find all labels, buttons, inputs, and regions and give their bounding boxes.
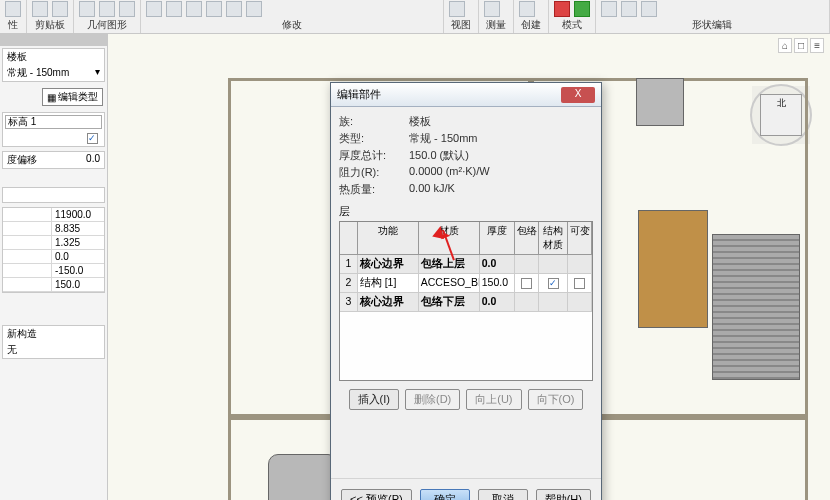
col-function[interactable]: 功能 [358,222,419,255]
ribbon-icon[interactable] [641,1,657,17]
chevron-down-icon[interactable]: ▾ [95,66,100,80]
dialog-titlebar[interactable]: 编辑部件 X [331,83,601,107]
dim-val[interactable]: 0.0 [52,250,104,263]
layers-grid[interactable]: 功能 材质 厚度 包络 结构材质 可变 1 核心边界 包络上层 0.0 2 结构… [339,221,593,381]
ribbon-icon[interactable] [449,1,465,17]
dialog-title: 编辑部件 [337,87,381,102]
type-value: 常规 - 150mm [409,131,593,146]
ribbon-group-shape-edit: 形状编辑 [599,17,826,33]
insert-button[interactable]: 插入(I) [349,389,399,410]
ribbon: 性 剪贴板 几何图形 修改 视图 测量 创建 模式 形状编辑 [0,0,830,34]
cancel-icon[interactable] [554,1,570,17]
move-up-button: 向上(U) [466,389,521,410]
edit-assembly-dialog: 编辑部件 X 族:楼板 类型:常规 - 150mm 厚度总计:150.0 (默认… [330,82,602,500]
ribbon-icon[interactable] [99,1,115,17]
delete-button: 删除(D) [405,389,460,410]
dimensions-grid: 11900.0 8.835 1.325 0.0 -150.0 150.0 [2,207,105,293]
type-category: 楼板 [7,50,27,64]
edit-type-button[interactable]: ▦编辑类型 [42,88,103,106]
type-label: 类型: [339,131,409,146]
ribbon-group-geometry: 几何图形 [77,17,137,33]
ribbon-icon[interactable] [186,1,202,17]
ribbon-icon[interactable] [5,1,21,17]
close-button[interactable]: X [561,87,595,103]
ribbon-group-create: 创建 [517,17,545,33]
type-name[interactable]: 常规 - 150mm [7,66,69,80]
thickness-label: 厚度总计: [339,148,409,163]
preview-button[interactable]: << 预览(P) [341,489,412,500]
offset-value[interactable]: 0.0 [86,153,100,167]
ribbon-icon[interactable] [119,1,135,17]
move-down-button: 向下(O) [528,389,584,410]
ribbon-icon[interactable] [246,1,262,17]
col-structural[interactable]: 结构材质 [539,222,569,255]
ribbon-group-mode: 模式 [552,17,592,33]
ribbon-group-properties: 性 [3,17,23,33]
new-construct-label: 新构造 [7,327,37,341]
ribbon-icon[interactable] [206,1,222,17]
ribbon-icon[interactable] [166,1,182,17]
structural-checkbox[interactable] [548,278,559,289]
ribbon-group-measure: 测量 [482,17,510,33]
mass-value: 0.00 kJ/K [409,182,593,197]
family-label: 族: [339,114,409,129]
ribbon-icon[interactable] [519,1,535,17]
wrap-checkbox[interactable] [521,278,532,289]
help-button[interactable]: 帮助(H) [536,489,591,500]
ribbon-icon[interactable] [484,1,500,17]
family-value: 楼板 [409,114,593,129]
cancel-button[interactable]: 取消 [478,489,528,500]
dim-val[interactable]: 11900.0 [52,208,104,221]
mass-label: 热质量: [339,182,409,197]
ok-button[interactable]: 确定 [420,489,470,500]
ribbon-icon[interactable] [601,1,617,17]
col-variable[interactable]: 可变 [568,222,592,255]
col-num[interactable] [340,222,358,255]
dim-val[interactable]: -150.0 [52,264,104,277]
table-row[interactable]: 2 结构 [1] ACCESO_BL… 150.0 [340,274,592,293]
none-value[interactable]: 无 [7,343,17,357]
ribbon-group-view: 视图 [447,17,475,33]
properties-panel: 楼板 常规 - 150mm▾ ▦编辑类型 度偏移0.0 11900.0 8.83… [0,34,108,500]
col-material[interactable]: 材质 [419,222,480,255]
dim-val[interactable]: 1.325 [52,236,104,249]
grid-icon: ▦ [47,92,56,103]
ribbon-icon[interactable] [226,1,242,17]
col-thickness[interactable]: 厚度 [480,222,515,255]
ribbon-group-clipboard: 剪贴板 [30,17,70,33]
thickness-value: 150.0 (默认) [409,148,593,163]
level-checkbox[interactable] [87,133,98,144]
ribbon-group-modify: 修改 [144,17,440,33]
table-row[interactable]: 3 核心边界 包络下层 0.0 [340,293,592,312]
ribbon-icon[interactable] [32,1,48,17]
dim-val[interactable]: 150.0 [52,278,104,291]
ribbon-icon[interactable] [52,1,68,17]
resistance-value: 0.0000 (m²·K)/W [409,165,593,180]
layers-label: 层 [339,204,593,219]
ribbon-icon[interactable] [621,1,637,17]
ribbon-icon[interactable] [146,1,162,17]
level-input[interactable] [5,115,102,129]
offset-label: 度偏移 [7,153,37,167]
col-wraps[interactable]: 包络 [515,222,539,255]
resistance-label: 阻力(R): [339,165,409,180]
variable-checkbox[interactable] [574,278,585,289]
ribbon-icon[interactable] [79,1,95,17]
table-row[interactable]: 1 核心边界 包络上层 0.0 [340,255,592,274]
dim-val[interactable]: 8.835 [52,222,104,235]
finish-icon[interactable] [574,1,590,17]
